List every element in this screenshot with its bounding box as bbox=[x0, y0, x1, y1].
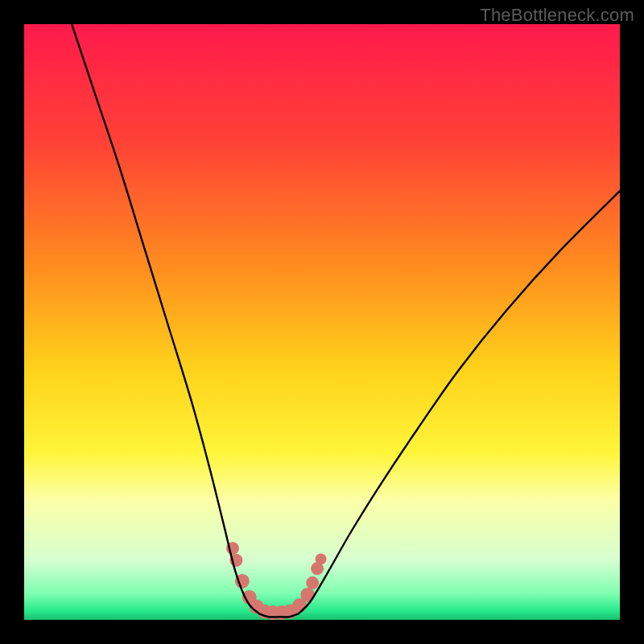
data-marker bbox=[316, 554, 327, 565]
chart-plot bbox=[24, 24, 620, 620]
watermark-text: TheBottleneck.com bbox=[480, 5, 634, 26]
left-curve bbox=[72, 24, 259, 614]
marker-layer bbox=[226, 542, 327, 620]
data-marker bbox=[300, 588, 315, 602]
right-curve bbox=[298, 191, 620, 613]
data-marker bbox=[306, 576, 319, 589]
